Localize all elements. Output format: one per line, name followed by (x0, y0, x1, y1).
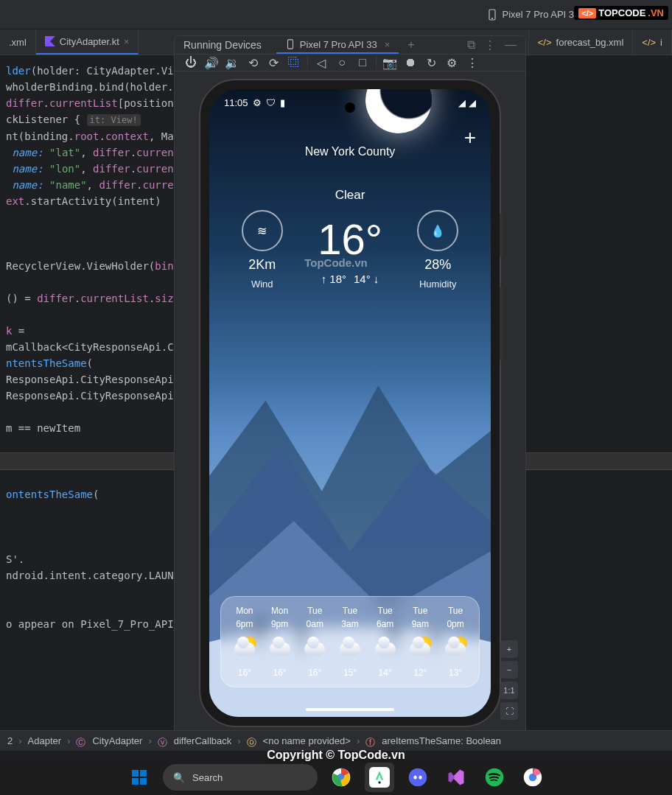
forecast-item[interactable]: Tue 3am 15° (337, 606, 363, 678)
minimize-icon[interactable]: — (505, 38, 517, 52)
tab-more[interactable]: </> i (633, 29, 672, 55)
overview-icon[interactable]: □ (355, 55, 370, 70)
svg-point-27 (419, 775, 421, 779)
shield-icon: 🛡 (266, 97, 276, 108)
function-icon: ⓕ (365, 736, 376, 746)
forecast-item[interactable]: Tue 0pm 13° (442, 606, 469, 678)
dock-icon[interactable]: ⧉ (467, 38, 475, 52)
tab-cityadapter[interactable]: CityAdapter.kt × (36, 29, 139, 55)
forecast-item[interactable]: Mon 9pm 16° (267, 606, 293, 678)
wind-icon: ≋ (257, 224, 267, 238)
android-studio-icon[interactable] (365, 763, 394, 792)
code-icon: </> (578, 8, 596, 18)
search-icon: 🔍 (173, 772, 185, 783)
record-icon[interactable]: ⏺ (403, 55, 418, 70)
weather-app: + New York County Clear ≋ 2Km Wind 16° (209, 89, 491, 717)
power-icon[interactable]: ⏻ (183, 55, 198, 70)
zoom-ratio-button[interactable]: 1:1 (500, 682, 518, 699)
high-temp: ↑ 18° (321, 273, 346, 285)
visual-studio-icon[interactable] (441, 763, 471, 792)
weather-icon (442, 635, 469, 662)
rotate-right-icon[interactable]: ⟳ (266, 55, 281, 70)
breadcrumb: 2 › Adapter › Ⓒ CityAdapter › ⓥ differCa… (0, 730, 672, 751)
zoom-out-button[interactable]: − (500, 661, 518, 679)
hourly-forecast[interactable]: Mon 6pm 16° Mon 9pm 16° Tue 0am 16° Tue … (220, 596, 480, 687)
device-name: Pixel 7 Pro API 33 (503, 9, 580, 20)
settings-icon[interactable]: ⚙ (444, 55, 459, 70)
gear-icon: ⚙ (253, 97, 262, 108)
wind-stat: ≋ 2Km Wind (242, 210, 283, 290)
close-icon[interactable]: × (124, 36, 130, 47)
weather-icon (301, 635, 328, 662)
weather-icon (337, 635, 363, 662)
device-viewport: 11:05 ⚙ 🛡 ▮ ◢ ◢ + New York County Clear (175, 71, 525, 735)
tab-xml[interactable]: .xml (0, 29, 36, 55)
add-device-icon[interactable]: + (407, 38, 414, 52)
forecast-item[interactable]: Tue 9am 12° (407, 606, 433, 678)
svg-rect-4 (287, 40, 293, 49)
signal-icon: ◢ (469, 97, 476, 108)
object-icon: ⓞ (247, 736, 257, 746)
clock: 11:05 (224, 97, 248, 108)
tab-forecast-bg[interactable]: </> forecast_bg.xml (528, 29, 634, 55)
variable-icon: ⓥ (158, 736, 168, 746)
xml-icon: </> (538, 37, 552, 48)
more-icon[interactable]: ⋮ (484, 38, 496, 52)
device-toolbar: ⏻ 🔊 🔉 ⟲ ⟳ ⿻ ◁ ○ □ 📷 ⏺ ↻ ⚙ ⋮ (175, 55, 525, 71)
back-icon[interactable]: ◁ (314, 55, 329, 70)
screenshot-icon[interactable]: 📷 (382, 55, 397, 70)
windows-icon (130, 768, 148, 786)
rotate-left-icon[interactable]: ⟲ (245, 55, 260, 70)
ide-top-toolbar: Pixel 7 Pro API 33 ▾ ▣ app ▾ (0, 0, 672, 29)
svg-rect-17 (132, 770, 139, 777)
temp-stat: 16° ↑ 18° 14° ↓ (318, 214, 382, 285)
forecast-item[interactable]: Mon 6pm 16° (231, 606, 258, 678)
humidity-stat: 💧 28% Humidity (417, 210, 458, 290)
zoom-controls: + − 1:1 ⛶ (500, 640, 518, 720)
windows-taskbar: 🔍 Search (0, 760, 672, 795)
zoom-in-button[interactable]: + (500, 640, 518, 658)
reload-icon[interactable]: ↻ (424, 55, 438, 70)
svg-point-24 (378, 781, 381, 784)
volume-up-icon[interactable]: 🔊 (204, 55, 219, 70)
nav-handle[interactable] (306, 708, 394, 711)
zoom-fit-button[interactable]: ⛶ (500, 702, 518, 720)
phone-screen[interactable]: 11:05 ⚙ 🛡 ▮ ◢ ◢ + New York County Clear (209, 89, 491, 717)
panel-title: Running Devices (183, 39, 262, 51)
wifi-icon: ◢ (458, 97, 466, 108)
fold-icon[interactable]: ⿻ (287, 55, 301, 70)
weather-icon (407, 635, 433, 662)
chrome-icon[interactable] (326, 763, 356, 792)
svg-point-26 (413, 775, 416, 779)
search-bar[interactable]: 🔍 Search (163, 764, 318, 791)
svg-point-31 (533, 769, 540, 776)
class-icon: Ⓒ (76, 736, 86, 746)
kotlin-icon (45, 36, 55, 46)
location-label: New York County (209, 145, 491, 158)
forecast-item[interactable]: Tue 0am 16° (301, 606, 328, 678)
add-location-button[interactable]: + (464, 126, 476, 150)
humidity-icon: 💧 (430, 224, 445, 238)
home-icon[interactable]: ○ (335, 55, 349, 70)
forecast-item[interactable]: Tue 6am 14° (372, 606, 399, 678)
more-icon[interactable]: ⋮ (465, 55, 480, 70)
discord-icon[interactable] (403, 763, 433, 792)
topcode-logo: </> TOPCODE.VN (574, 6, 668, 20)
phone-frame: 11:05 ⚙ 🛡 ▮ ◢ ◢ + New York County Clear (199, 79, 501, 727)
volume-down-icon[interactable]: 🔉 (225, 55, 239, 70)
close-icon[interactable]: × (385, 39, 391, 50)
sd-icon: ▮ (280, 97, 285, 108)
weather-icon (267, 635, 293, 662)
copyright-text: Copyright © TopCode.vn (267, 749, 405, 762)
start-button[interactable] (125, 763, 154, 792)
svg-rect-19 (132, 778, 139, 785)
running-devices-panel: Running Devices Pixel 7 Pro API 33 × + ⧉… (174, 35, 526, 735)
phone-icon (486, 9, 498, 21)
device-tab[interactable]: Pixel 7 Pro API 33 × (276, 36, 399, 54)
weather-icon (372, 635, 399, 662)
chrome-canary-icon[interactable] (518, 763, 547, 792)
svg-rect-18 (140, 770, 147, 777)
weather-icon (231, 635, 258, 662)
spotify-icon[interactable] (480, 763, 509, 792)
phone-icon (285, 39, 295, 49)
